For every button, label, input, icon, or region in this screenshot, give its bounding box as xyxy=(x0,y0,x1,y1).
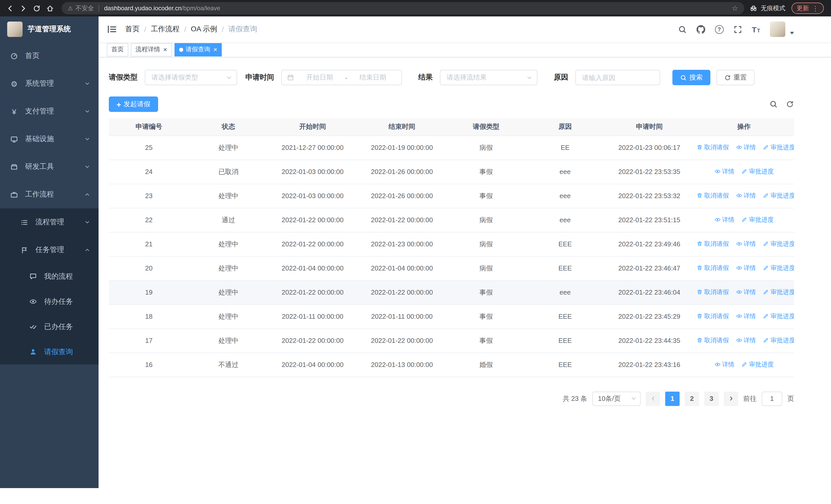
sidebar-item-payment-management[interactable]: ¥ 支付管理 xyxy=(0,97,98,125)
cell-status: 处理中 xyxy=(189,304,268,328)
detail-link[interactable]: 详情 xyxy=(736,191,756,200)
page-button-3[interactable]: 3 xyxy=(704,391,719,406)
detail-link[interactable]: 详情 xyxy=(736,312,756,321)
page-size-select[interactable]: 10条/页 xyxy=(592,391,640,406)
browser-address-bar[interactable]: ⚠ 不安全 dashboard.yudao.iocoder.cn /bpm/oa… xyxy=(62,2,744,14)
search-button[interactable]: 搜索 xyxy=(672,70,710,85)
sidebar-item-label: 我的流程 xyxy=(44,272,90,281)
col-status: 状态 xyxy=(189,118,268,136)
table-toolbar: + 发起请假 xyxy=(109,96,794,112)
cancel-leave-link[interactable]: 取消请假 xyxy=(696,312,729,321)
audit-progress-link[interactable]: 审批进度 xyxy=(763,240,794,248)
cancel-leave-link[interactable]: 取消请假 xyxy=(696,288,729,297)
reset-button[interactable]: 重置 xyxy=(717,70,754,85)
user-avatar[interactable] xyxy=(770,22,785,37)
detail-link[interactable]: 详情 xyxy=(714,215,734,224)
next-page-button[interactable] xyxy=(724,391,738,406)
github-icon[interactable] xyxy=(696,25,705,34)
result-select[interactable]: 请选择流结果 xyxy=(440,70,537,85)
sidebar-item-infrastructure[interactable]: 基础设施 xyxy=(0,125,98,153)
audit-progress-link[interactable]: 审批进度 xyxy=(763,336,794,345)
browser-home-button[interactable] xyxy=(43,2,56,15)
table-tools xyxy=(769,100,794,108)
audit-progress-link[interactable]: 审批进度 xyxy=(741,215,774,224)
fullscreen-icon[interactable] xyxy=(733,25,742,34)
audit-progress-label: 审批进度 xyxy=(771,288,794,297)
help-icon[interactable]: ? xyxy=(715,25,723,34)
tab-home[interactable]: 首页 xyxy=(107,43,128,56)
create-leave-button[interactable]: + 发起请假 xyxy=(109,96,158,112)
audit-progress-link[interactable]: 审批进度 xyxy=(741,360,774,369)
cancel-leave-link[interactable]: 取消请假 xyxy=(696,143,729,152)
sidebar-item-task-management[interactable]: 任务管理 xyxy=(0,236,98,264)
close-icon[interactable]: × xyxy=(163,46,167,53)
tab-process-detail[interactable]: 流程详情 × xyxy=(131,43,172,56)
cancel-leave-link[interactable]: 取消请假 xyxy=(696,264,729,272)
refresh-table-icon[interactable] xyxy=(786,100,794,108)
browser-back-button[interactable] xyxy=(3,2,17,15)
search-icon[interactable] xyxy=(678,25,687,34)
cell-type: 婚假 xyxy=(447,353,525,377)
browser-forward-button[interactable] xyxy=(17,2,30,15)
audit-progress-link[interactable]: 审批进度 xyxy=(763,143,794,152)
sidebar-collapse-icon[interactable] xyxy=(107,24,117,34)
audit-progress-link[interactable]: 审批进度 xyxy=(763,312,794,321)
breadcrumb-oa-example[interactable]: OA 示例 xyxy=(191,25,218,34)
avatar-caret-icon[interactable] xyxy=(790,32,794,34)
sidebar-item-system-management[interactable]: ⚙ 系统管理 xyxy=(0,70,98,97)
browser-menu-icon[interactable]: ⋮ xyxy=(812,4,819,12)
font-size-icon[interactable]: TT xyxy=(752,25,760,33)
page-button-1[interactable]: 1 xyxy=(665,391,680,406)
detail-link[interactable]: 详情 xyxy=(714,167,734,176)
bookmark-star-icon[interactable]: ☆ xyxy=(732,4,738,12)
delete-icon xyxy=(696,337,703,344)
cell-applied: 2022-01-22 23:53:32 xyxy=(605,184,694,208)
sidebar-item-workflow[interactable]: 工作流程 xyxy=(0,181,98,208)
sidebar-item-leave-query[interactable]: 请假查询 xyxy=(0,339,98,364)
leave-type-select[interactable]: 请选择请假类型 xyxy=(145,70,237,85)
cell-type: 病假 xyxy=(447,208,525,232)
cell-status: 处理中 xyxy=(189,232,268,256)
chevron-down-icon xyxy=(226,74,232,81)
audit-progress-link[interactable]: 审批进度 xyxy=(763,264,794,272)
cell-end: 2022-01-11 00:00:00 xyxy=(357,304,447,328)
tab-leave-query[interactable]: 请假查询 × xyxy=(174,43,222,56)
detail-link[interactable]: 详情 xyxy=(714,360,734,369)
date-range-picker[interactable]: 开始日期 - 结束日期 xyxy=(281,70,402,85)
sidebar-item-todo-tasks[interactable]: 待办任务 xyxy=(0,289,98,314)
detail-link[interactable]: 详情 xyxy=(736,240,756,248)
toggle-search-icon[interactable] xyxy=(769,100,778,108)
detail-link[interactable]: 详情 xyxy=(736,264,756,272)
col-actions: 操作 xyxy=(694,118,794,136)
detail-link[interactable]: 详情 xyxy=(736,143,756,152)
edit-icon xyxy=(763,289,769,295)
sidebar-item-home[interactable]: 首页 xyxy=(0,42,98,70)
prev-page-button[interactable] xyxy=(646,391,660,406)
app-logo-row[interactable]: 芋道管理系统 xyxy=(0,17,98,42)
goto-page-input[interactable] xyxy=(762,391,782,406)
sidebar-item-dev-tools[interactable]: 研发工具 xyxy=(0,153,98,181)
sidebar-item-process-management[interactable]: 流程管理 xyxy=(0,208,98,236)
table-row: 25 处理中 2021-12-27 00:00:00 2022-01-19 00… xyxy=(109,136,794,159)
cell-end: 2022-01-22 00:00:00 xyxy=(357,280,447,304)
cell-type: 病假 xyxy=(447,136,525,159)
cell-applied: 2022-01-22 23:46:47 xyxy=(605,256,694,280)
breadcrumb-home[interactable]: 首页 xyxy=(125,25,140,34)
close-icon[interactable]: × xyxy=(213,46,217,53)
dashboard-icon xyxy=(10,52,18,60)
cancel-leave-link[interactable]: 取消请假 xyxy=(696,336,729,345)
audit-progress-link[interactable]: 审批进度 xyxy=(741,167,774,176)
sidebar-item-done-tasks[interactable]: 已办任务 xyxy=(0,314,98,339)
reason-input[interactable] xyxy=(575,70,660,85)
page-button-2[interactable]: 2 xyxy=(685,391,699,406)
audit-progress-link[interactable]: 审批进度 xyxy=(763,288,794,297)
browser-update-button[interactable]: 更新 ⋮ xyxy=(792,3,824,14)
cancel-leave-link[interactable]: 取消请假 xyxy=(696,191,729,200)
cancel-leave-link[interactable]: 取消请假 xyxy=(696,240,729,248)
browser-reload-button[interactable] xyxy=(30,2,43,15)
detail-link[interactable]: 详情 xyxy=(736,336,756,345)
audit-progress-link[interactable]: 审批进度 xyxy=(763,191,794,200)
sidebar-item-my-processes[interactable]: 我的流程 xyxy=(0,264,98,289)
breadcrumb-workflow[interactable]: 工作流程 xyxy=(151,25,180,34)
detail-link[interactable]: 详情 xyxy=(736,288,756,297)
